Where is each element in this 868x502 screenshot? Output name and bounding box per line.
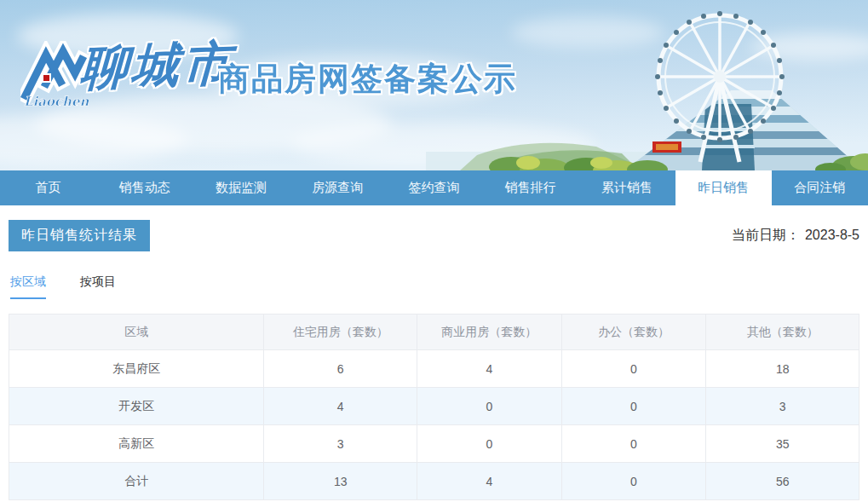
nav-item-cumulative-sales[interactable]: 累计销售 [578, 170, 675, 205]
nav-item-data-monitoring[interactable]: 数据监测 [193, 170, 289, 205]
cell-office: 0 [561, 350, 706, 388]
nav-item-yesterday-sales[interactable]: 昨日销售 [675, 170, 772, 205]
table-header-row: 区域 住宅用房（套数） 商业用房（套数） 办公（套数） 其他（套数） [9, 314, 859, 350]
cell-office: 0 [561, 463, 706, 500]
page-title: 昨日销售统计结果 [9, 220, 150, 251]
nav-item-label: 房源查询 [312, 180, 363, 196]
sales-stats-table: 区域 住宅用房（套数） 商业用房（套数） 办公（套数） 其他（套数） 东昌府区 … [9, 314, 859, 500]
content-header: 昨日销售统计结果 当前日期：2023-8-5 [9, 220, 859, 251]
col-header-region: 区域 [9, 314, 264, 350]
table-row: 东昌府区 6 4 0 18 [9, 350, 859, 388]
nav-item-label: 合同注销 [794, 180, 845, 196]
main-nav: 首页 销售动态 数据监测 房源查询 签约查询 销售排行 累计销售 昨日销售 合同… [0, 170, 868, 205]
table-row-total: 合计 13 4 0 56 [9, 463, 859, 500]
nav-item-sales-dynamics[interactable]: 销售动态 [96, 170, 193, 205]
cell-office: 0 [561, 425, 706, 463]
nav-item-label: 销售排行 [505, 180, 556, 196]
view-tabs: 按区域 按项目 [9, 274, 859, 299]
nav-item-label: 数据监测 [216, 180, 267, 196]
cell-region: 合计 [9, 463, 264, 500]
nav-item-label: 累计销售 [601, 180, 652, 196]
nav-item-label: 签约查询 [408, 180, 459, 196]
header-banner: Liaocheng 聊城市 商品房网签备案公示 [0, 0, 868, 170]
nav-item-label: 首页 [36, 180, 61, 196]
cell-region: 东昌府区 [9, 350, 264, 388]
cell-other: 18 [706, 350, 859, 388]
cell-region: 高新区 [9, 425, 264, 463]
nav-item-signing-query[interactable]: 签约查询 [386, 170, 482, 205]
table-row: 高新区 3 0 0 35 [9, 425, 859, 463]
cell-residential: 3 [264, 425, 417, 463]
cell-other: 56 [706, 463, 859, 500]
cell-other: 35 [706, 425, 859, 463]
table-row: 开发区 4 0 0 3 [9, 388, 859, 425]
cell-commercial: 0 [417, 425, 562, 463]
nav-item-contract-cancellation[interactable]: 合同注销 [772, 170, 868, 205]
city-name: 聊城市 [79, 32, 235, 101]
cell-residential: 6 [264, 350, 417, 388]
site-title: 商品房网签备案公示 [218, 58, 517, 101]
cell-office: 0 [561, 388, 706, 425]
nav-item-label: 销售动态 [119, 180, 170, 196]
cell-residential: 4 [264, 388, 417, 425]
current-date: 当前日期：2023-8-5 [732, 227, 859, 245]
current-date-value: 2023-8-5 [805, 228, 859, 242]
cell-residential: 13 [264, 463, 417, 500]
cell-other: 3 [706, 388, 859, 425]
logo-icon: Liaocheng [20, 41, 89, 113]
col-header-other: 其他（套数） [706, 314, 859, 350]
current-date-label: 当前日期： [732, 228, 800, 242]
tab-by-region[interactable]: 按区域 [10, 274, 46, 299]
nav-item-label: 昨日销售 [698, 180, 749, 196]
col-header-residential: 住宅用房（套数） [264, 314, 417, 350]
col-header-office: 办公（套数） [561, 314, 706, 350]
col-header-commercial: 商业用房（套数） [417, 314, 562, 350]
cell-region: 开发区 [9, 388, 264, 425]
cell-commercial: 4 [417, 350, 562, 388]
nav-item-sales-ranking[interactable]: 销售排行 [482, 170, 578, 205]
tab-by-project[interactable]: 按项目 [80, 274, 116, 299]
nav-item-home[interactable]: 首页 [0, 170, 96, 205]
main-content: 昨日销售统计结果 当前日期：2023-8-5 按区域 按项目 区域 住宅用房（套… [0, 220, 868, 500]
cell-commercial: 0 [417, 388, 562, 425]
nav-item-housing-query[interactable]: 房源查询 [290, 170, 386, 205]
cell-commercial: 4 [417, 463, 562, 500]
